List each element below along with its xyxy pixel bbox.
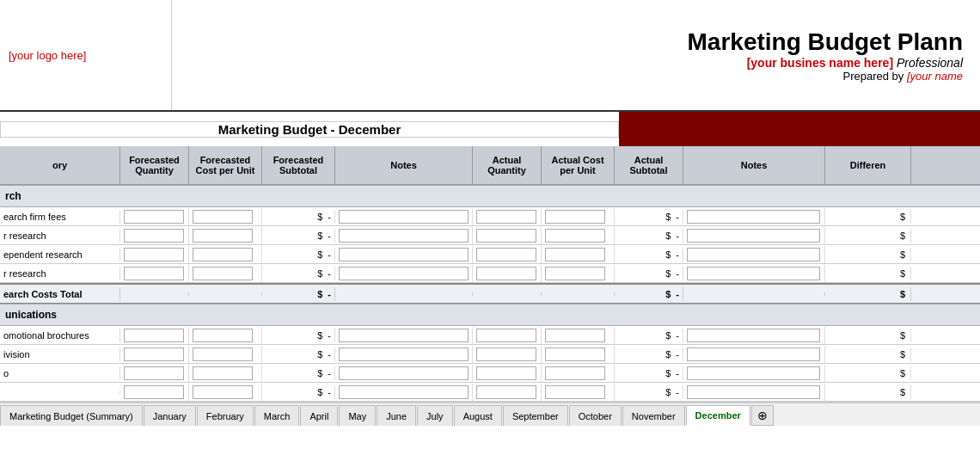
diff-value: $ [825,210,911,224]
tab-august[interactable]: August [454,405,502,426]
aq-input[interactable] [473,346,542,363]
notes1-input[interactable] [335,327,473,344]
notes2-input[interactable] [683,246,825,263]
fq-input[interactable] [120,227,189,244]
header-forecasted-cost: Forecasted Cost per Unit [189,146,262,184]
fcu-input[interactable] [189,384,262,401]
total-fcu [189,292,262,296]
tab-april[interactable]: April [300,405,338,426]
table-row: $- $- $ [0,383,980,402]
tab-december[interactable]: December [686,405,750,426]
as-value: $- [615,248,683,261]
header-actual-subtotal: Actual Subtotal [615,146,683,184]
fcu-input[interactable] [189,365,262,382]
notes1-input[interactable] [335,246,473,263]
total-notes1 [335,292,473,296]
acu-input[interactable] [542,346,615,363]
aq-input[interactable] [473,384,542,401]
fs-value: $- [262,248,335,261]
acu-input[interactable] [542,246,615,263]
column-headers: ory Forecasted Quantity Forecasted Cost … [0,146,980,185]
total-row-research: earch Costs Total $- $- $ [0,283,980,304]
notes2-input[interactable] [683,208,825,225]
tab-september[interactable]: September [503,405,568,426]
app-title: Marketing Budget Plann [688,28,963,56]
notes1-input[interactable] [335,384,473,401]
aq-input[interactable] [473,246,542,263]
aq-input[interactable] [473,227,542,244]
tab-july[interactable]: July [417,405,453,426]
notes2-input[interactable] [683,365,825,382]
prepared-label: Prepared by [843,70,907,83]
tab-february[interactable]: February [197,405,254,426]
notes2-input[interactable] [683,327,825,344]
aq-input[interactable] [473,327,542,344]
aq-input[interactable] [473,365,542,382]
acu-input[interactable] [542,265,615,282]
table-row: earch firm fees $- $- $ [0,207,980,226]
total-notes2 [683,292,825,296]
notes1-input[interactable] [335,365,473,382]
aq-input[interactable] [473,265,542,282]
fq-input[interactable] [120,208,189,225]
notes1-input[interactable] [335,265,473,282]
tab-march[interactable]: March [254,405,300,426]
total-acu [542,292,615,296]
fcu-input[interactable] [189,208,262,225]
fcu-input[interactable] [189,246,262,263]
total-label: earch Costs Total [0,287,120,301]
fs-value: $- [262,347,335,361]
tab-marketing-budget-(summary)[interactable]: Marketing Budget (Summary) [0,405,143,426]
row-label [0,390,120,394]
acu-input[interactable] [542,327,615,344]
fq-input[interactable] [120,365,189,382]
as-value: $- [615,210,683,224]
tab-may[interactable]: May [339,405,376,426]
notes2-input[interactable] [683,227,825,244]
tab-october[interactable]: October [569,405,622,426]
fq-input[interactable] [120,265,189,282]
notes2-input[interactable] [683,384,825,401]
notes1-input[interactable] [335,346,473,363]
fcu-input[interactable] [189,227,262,244]
total-fs: $- [262,287,335,301]
header-category: ory [0,146,120,184]
total-aq [473,292,542,296]
fcu-input[interactable] [189,327,262,344]
header-forecasted-subtotal: Forecasted Subtotal [262,146,335,184]
notes1-input[interactable] [335,227,473,244]
as-value: $- [615,347,683,361]
add-tab-button[interactable]: ⊕ [751,405,774,426]
fs-value: $- [262,210,335,224]
fq-input[interactable] [120,246,189,263]
aq-input[interactable] [473,208,542,225]
notes2-input[interactable] [683,346,825,363]
notes1-input[interactable] [335,208,473,225]
title-accent [619,112,980,146]
row-label: o [0,366,120,380]
row-label: r research [0,229,120,243]
acu-input[interactable] [542,227,615,244]
tab-june[interactable]: June [377,405,416,426]
header-notes2: Notes [683,146,825,184]
fq-input[interactable] [120,384,189,401]
diff-value: $ [825,229,911,243]
table-row: o $- $- $ [0,364,980,383]
acu-input[interactable] [542,365,615,382]
as-value: $- [615,267,683,280]
notes2-input[interactable] [683,265,825,282]
tab-november[interactable]: November [622,405,685,426]
acu-input[interactable] [542,384,615,401]
acu-input[interactable] [542,208,615,225]
total-fq [120,292,189,296]
diff-value: $ [825,366,911,380]
month-title: Marketing Budget - December [0,121,619,138]
tab-january[interactable]: January [144,405,196,426]
fq-input[interactable] [120,346,189,363]
diff-value: $ [825,385,911,399]
fcu-input[interactable] [189,265,262,282]
fq-input[interactable] [120,327,189,344]
title-area: Marketing Budget Plann [your busines nam… [172,0,980,110]
fcu-input[interactable] [189,346,262,363]
total-as: $- [615,287,683,301]
